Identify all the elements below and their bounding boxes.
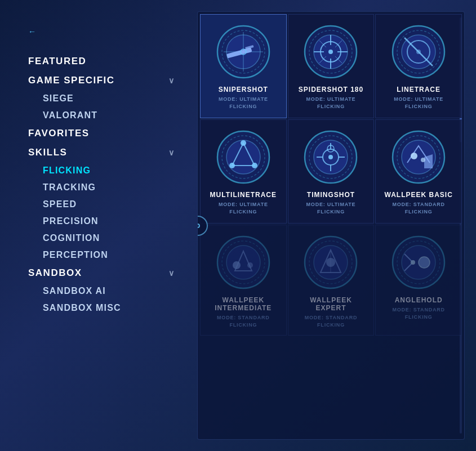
task-card-wallpeek_basic[interactable]: WALLPEEK BASIC MODE: STANDARDFLICKING bbox=[375, 119, 462, 224]
sidebar: ← FEATUREDGAME SPECIFIC∨SIEGEVALORANTFAV… bbox=[0, 0, 192, 451]
sidebar-item-speed[interactable]: SPEED bbox=[28, 196, 175, 213]
svg-point-33 bbox=[252, 163, 257, 168]
svg-point-48 bbox=[411, 153, 417, 159]
sidebar-label: SKILLS bbox=[28, 147, 67, 158]
task-name: MULTILINETRACE bbox=[210, 191, 277, 199]
task-card-snipershot[interactable]: SNIPERSHOT MODE: ULTIMATEFLICKING bbox=[200, 14, 287, 118]
sidebar-item-tracking[interactable]: TRACKING bbox=[28, 179, 175, 196]
sidebar-item-cognition[interactable]: COGNITION bbox=[28, 230, 175, 247]
task-card-wallpeek_expert[interactable]: WALLPEEK EXPERT MODE: STANDARDFLICKING bbox=[288, 225, 375, 336]
task-mode: MODE: STANDARDFLICKING bbox=[305, 314, 358, 328]
sidebar-item-flicking[interactable]: FLICKING bbox=[28, 162, 175, 179]
app-container: ← FEATUREDGAME SPECIFIC∨SIEGEVALORANTFAV… bbox=[0, 0, 476, 451]
svg-point-26 bbox=[416, 50, 421, 54]
scroll-dot bbox=[197, 224, 200, 228]
task-icon-multilinetrace bbox=[215, 129, 272, 185]
sidebar-item-sandbox_ai[interactable]: SANDBOX AI bbox=[28, 283, 175, 300]
sidebar-item-precision[interactable]: PRECISION bbox=[28, 213, 175, 230]
svg-point-55 bbox=[247, 262, 253, 268]
task-mode: MODE: ULTIMATEFLICKING bbox=[306, 96, 356, 110]
svg-point-32 bbox=[229, 163, 235, 168]
task-mode: MODE: ULTIMATEFLICKING bbox=[219, 96, 268, 110]
task-mode: MODE: STANDARDFLICKING bbox=[392, 201, 445, 215]
sidebar-label: SANDBOX bbox=[28, 267, 82, 279]
chevron-icon: ∨ bbox=[168, 76, 175, 85]
sidebar-item-skills[interactable]: SKILLS∨ bbox=[28, 143, 175, 162]
sidebar-label: GAME SPECIFIC bbox=[28, 75, 115, 86]
task-icon-snipershot bbox=[215, 24, 272, 80]
sidebar-label: FAVORITES bbox=[28, 128, 90, 139]
task-icon-timingshot bbox=[302, 129, 359, 185]
svg-point-68 bbox=[411, 260, 415, 265]
task-name: SPIDERSHOT 180 bbox=[299, 86, 363, 93]
task-name: WALLPEEK INTERMEDIATE bbox=[207, 296, 279, 312]
task-icon-wallpeek_intermediate bbox=[215, 234, 272, 291]
task-name: LINETRACE bbox=[397, 86, 441, 93]
chevron-icon: ∨ bbox=[168, 148, 175, 157]
task-mode: MODE: STANDARDFLICKING bbox=[217, 314, 270, 328]
svg-point-20 bbox=[328, 50, 333, 54]
task-card-wallpeek_intermediate[interactable]: WALLPEEK INTERMEDIATE MODE: STANDARDFLIC… bbox=[200, 225, 287, 336]
svg-point-43 bbox=[328, 155, 333, 159]
task-icon-linetrace bbox=[390, 24, 447, 80]
sidebar-label: FEATURED bbox=[28, 56, 86, 67]
sidebar-item-sandbox[interactable]: SANDBOX∨ bbox=[28, 264, 175, 283]
task-name: WALLPEEK EXPERT bbox=[295, 296, 367, 312]
task-mode: MODE: ULTIMATEFLICKING bbox=[219, 201, 268, 215]
task-name: TIMINGSHOT bbox=[307, 191, 355, 199]
svg-point-49 bbox=[421, 158, 425, 162]
task-card-linetrace[interactable]: LINETRACE MODE: ULTIMATEFLICKING bbox=[375, 14, 462, 118]
nav-container: FEATUREDGAME SPECIFIC∨SIEGEVALORANTFAVOR… bbox=[28, 52, 175, 316]
task-mode: MODE: STANDARDFLICKING bbox=[392, 306, 445, 320]
task-card-anglehold[interactable]: ANGLEHOLD MODE: STANDARDFLICKING bbox=[375, 225, 462, 336]
task-icon-spidershot_180 bbox=[302, 24, 359, 80]
sidebar-item-perception[interactable]: PERCEPTION bbox=[28, 247, 175, 264]
task-card-multilinetrace[interactable]: MULTILINETRACE MODE: ULTIMATEFLICKING bbox=[200, 119, 287, 224]
task-icon-wallpeek_expert bbox=[302, 234, 359, 291]
back-arrow-icon: ← bbox=[28, 27, 37, 36]
task-mode: MODE: ULTIMATEFLICKING bbox=[306, 201, 356, 215]
sidebar-item-valorant[interactable]: VALORANT bbox=[28, 107, 175, 124]
tasks-grid: SNIPERSHOT MODE: ULTIMATEFLICKING SPIDER… bbox=[198, 12, 464, 338]
svg-point-54 bbox=[233, 261, 241, 269]
sidebar-item-featured[interactable]: FEATURED bbox=[28, 52, 175, 71]
task-name: ANGLEHOLD bbox=[395, 296, 443, 304]
task-card-spidershot_180[interactable]: SPIDERSHOT 180 MODE: ULTIMATEFLICKING bbox=[288, 14, 375, 118]
task-card-timingshot[interactable]: TIMINGSHOT MODE: ULTIMATEFLICKING bbox=[288, 119, 375, 224]
task-icon-wallpeek_basic bbox=[390, 129, 447, 185]
chevron-icon: ∨ bbox=[168, 269, 175, 278]
sidebar-item-siege[interactable]: SIEGE bbox=[28, 90, 175, 107]
task-name: SNIPERSHOT bbox=[219, 86, 268, 93]
task-icon-anglehold bbox=[390, 234, 447, 291]
task-mode: MODE: ULTIMATEFLICKING bbox=[394, 96, 443, 110]
svg-point-65 bbox=[419, 257, 430, 268]
task-name: WALLPEEK BASIC bbox=[384, 191, 452, 199]
content-panel: SNIPERSHOT MODE: ULTIMATEFLICKING SPIDER… bbox=[197, 11, 465, 440]
svg-point-31 bbox=[241, 140, 246, 146]
sidebar-item-sandbox_misc[interactable]: SANDBOX MISC bbox=[28, 300, 175, 316]
main-content: SNIPERSHOT MODE: ULTIMATEFLICKING SPIDER… bbox=[192, 0, 476, 451]
sidebar-item-game_specific[interactable]: GAME SPECIFIC∨ bbox=[28, 71, 175, 90]
sidebar-item-favorites[interactable]: FAVORITES bbox=[28, 124, 175, 143]
back-button[interactable]: ← bbox=[28, 27, 175, 36]
